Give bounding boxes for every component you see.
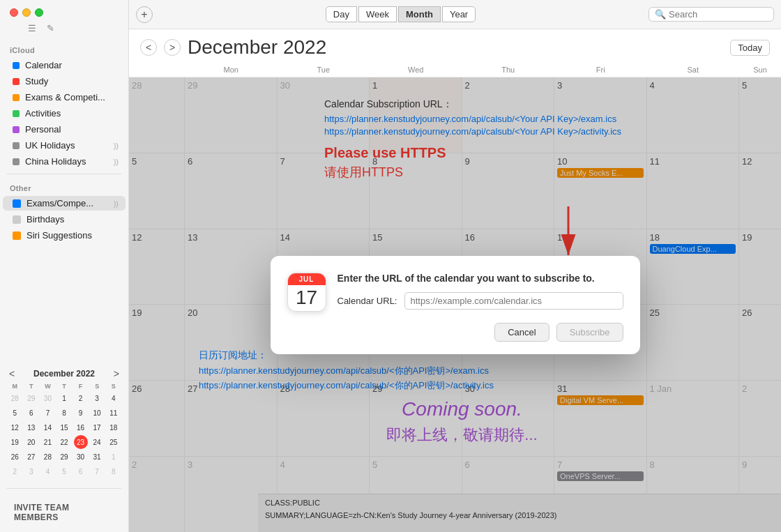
dow-headers: Mon Tue Wed Thu Fri Sat Sun (129, 63, 781, 77)
mini-cal-day[interactable]: 28 (8, 391, 22, 405)
mini-cal-day[interactable]: 30 (74, 450, 88, 464)
mini-cal-day[interactable]: 19 (8, 435, 22, 449)
subscribe-dialog: JUL 17 Enter the URL of the calendar you… (271, 256, 640, 354)
mini-cal-day[interactable]: 18 (107, 420, 121, 434)
calendar-title: December 2022 (188, 36, 326, 59)
mini-cal-day[interactable]: 17 (90, 420, 104, 434)
mini-cal-day[interactable]: 3 (90, 391, 104, 405)
mini-cal-day[interactable]: 22 (57, 435, 71, 449)
sidebar-item-activities[interactable]: Activities (3, 106, 126, 121)
mini-cal-day[interactable]: 3 (24, 464, 38, 478)
sidebar-item-label: Siri Suggestions (26, 230, 119, 241)
close-button[interactable] (10, 8, 18, 17)
mini-cal-day[interactable]: 5 (57, 464, 71, 478)
mini-cal-day[interactable]: 6 (74, 464, 88, 478)
mini-cal-day[interactable]: 1 (57, 391, 71, 405)
other-section-label: Other (0, 178, 128, 195)
next-month-button[interactable]: > (164, 39, 181, 56)
dialog-title: Enter the URL of the calendar you want t… (338, 273, 623, 284)
sidebar-item-label: UK Holidays (25, 140, 108, 151)
mini-cal-prev[interactable]: < (7, 368, 17, 379)
mini-cal-day[interactable]: 13 (24, 420, 38, 434)
sidebar-divider (7, 174, 121, 174)
mini-cal-day[interactable]: 2 (74, 391, 88, 405)
month-view-button[interactable]: Month (398, 6, 441, 22)
minimize-button[interactable] (22, 8, 31, 17)
mini-cal-day[interactable]: 12 (8, 420, 22, 434)
mini-cal-day[interactable]: 15 (57, 420, 71, 434)
mini-cal-day[interactable]: 27 (24, 450, 38, 464)
sidebar-item-uk-holidays[interactable]: UK Holidays )) (3, 138, 126, 153)
mini-cal-day[interactable]: 8 (57, 406, 71, 420)
mini-cal-day[interactable]: 7 (90, 464, 104, 478)
cancel-button[interactable]: Cancel (494, 323, 549, 342)
sidebar-item-exams-comp[interactable]: Exams/Compe... )) (3, 196, 126, 211)
sidebar-item-birthdays[interactable]: Birthdays (3, 212, 126, 227)
mini-cal-dow: M (7, 382, 23, 390)
sidebar-item-label: Calendar (25, 60, 119, 70)
sidebar-item-china-holidays[interactable]: China Holidays )) (3, 154, 126, 169)
broadcast-icon: )) (114, 199, 119, 208)
mini-cal-today[interactable]: 23 (74, 435, 88, 449)
icloud-section-label: iCloud (0, 40, 128, 57)
year-view-button[interactable]: Year (442, 6, 476, 22)
mini-cal-day[interactable]: 16 (74, 420, 88, 434)
sidebar-item-label: China Holidays (25, 156, 108, 167)
sidebar-item-study[interactable]: Study (3, 74, 126, 89)
sidebar-item-exams[interactable]: Exams & Competi... (3, 90, 126, 105)
compose-icon[interactable]: ✎ (45, 22, 56, 33)
maximize-button[interactable] (35, 8, 43, 17)
sidebar-item-label: Study (25, 76, 119, 86)
mini-cal-day[interactable]: 1 (107, 450, 121, 464)
search-input[interactable] (669, 9, 766, 20)
dow-tue: Tue (278, 63, 370, 77)
mini-cal-day[interactable]: 7 (40, 406, 54, 420)
mini-cal-day[interactable]: 5 (8, 406, 22, 420)
mini-cal-day[interactable]: 30 (40, 391, 54, 405)
mini-cal-day[interactable]: 11 (107, 406, 121, 420)
broadcast-icon: )) (114, 158, 119, 166)
mini-cal-day[interactable]: 14 (40, 420, 54, 434)
mini-cal-day[interactable]: 8 (107, 464, 121, 478)
mini-cal-day[interactable]: 6 (24, 406, 38, 420)
dow-sat: Sat (647, 63, 740, 77)
mini-cal-day[interactable]: 26 (8, 450, 22, 464)
mini-cal-day[interactable]: 21 (40, 435, 54, 449)
week-view-button[interactable]: Week (358, 6, 397, 22)
mini-cal-day[interactable]: 28 (40, 450, 54, 464)
broadcast-icon: )) (114, 142, 119, 150)
dow-sun: Sun (739, 63, 781, 77)
mini-cal-day[interactable]: 2 (8, 464, 22, 478)
sidebar-item-siri[interactable]: Siri Suggestions (3, 228, 126, 243)
sidebar-item-calendar[interactable]: Calendar (3, 58, 126, 73)
mini-cal-day[interactable]: 29 (24, 391, 38, 405)
dialog-backdrop[interactable]: JUL 17 Enter the URL of the calendar you… (129, 77, 781, 532)
search-bar[interactable]: 🔍 (649, 7, 774, 22)
prev-month-button[interactable]: < (140, 39, 157, 56)
sidebar-toggle-icon[interactable]: ☰ (26, 22, 38, 33)
mini-cal-day[interactable]: 29 (57, 450, 71, 464)
siri-dot (13, 231, 21, 240)
mini-cal-day[interactable]: 20 (24, 435, 38, 449)
mini-cal-day[interactable]: 10 (90, 406, 104, 420)
calendar-url-input[interactable] (404, 292, 623, 310)
mini-cal-day[interactable]: 25 (107, 435, 121, 449)
sidebar-item-personal[interactable]: Personal (3, 122, 126, 137)
mini-cal-day[interactable]: 4 (40, 464, 54, 478)
mini-cal-dow: F (73, 382, 89, 390)
china-holidays-dot (13, 158, 20, 165)
invite-team-button[interactable]: INVITE TEAM MEMBERS (7, 499, 121, 526)
mini-cal-day[interactable]: 4 (107, 391, 121, 405)
mini-cal-next[interactable]: > (112, 368, 121, 379)
sidebar: ☰ ✎ iCloud Calendar Study Exams & Compet… (0, 0, 129, 532)
mini-cal-day[interactable]: 9 (74, 406, 88, 420)
mini-cal-day[interactable]: 31 (90, 450, 104, 464)
icon-month: JUL (288, 273, 326, 285)
day-view-button[interactable]: Day (326, 6, 357, 22)
today-button[interactable]: Today (730, 40, 770, 56)
calendar-body: 28 29 30 1 2 3 4 5 5 6 7 8 9 10 (129, 77, 781, 532)
window-controls (0, 0, 128, 22)
add-event-button[interactable]: + (136, 6, 153, 23)
subscribe-button[interactable]: Subscribe (556, 323, 623, 342)
mini-cal-day[interactable]: 24 (90, 435, 104, 449)
